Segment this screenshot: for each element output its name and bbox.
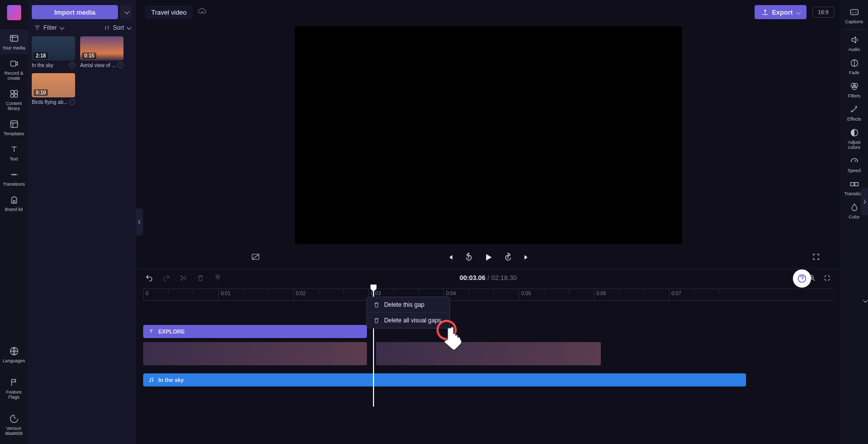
video-clip-1[interactable] xyxy=(143,342,367,365)
fullscreen-button[interactable] xyxy=(812,253,820,262)
svg-rect-6 xyxy=(11,121,17,127)
used-check-icon: ✓ xyxy=(69,99,75,105)
export-button[interactable]: Export xyxy=(755,5,806,19)
aspect-label: 16:9 xyxy=(818,9,829,15)
video-clip-2[interactable] xyxy=(376,342,601,365)
sidebar-record-create[interactable]: Record & create xyxy=(0,54,28,85)
sort-label: Sort xyxy=(113,24,124,31)
used-check-icon: ✓ xyxy=(117,62,123,68)
video-preview[interactable] xyxy=(295,26,682,244)
time-total: 02:18.30 xyxy=(491,274,517,282)
media-thumbnail[interactable]: 0:10 Birds flying ab...✓ xyxy=(32,73,75,105)
prop-fade[interactable]: Fade xyxy=(840,55,868,78)
add-marker-button[interactable] xyxy=(214,274,222,282)
sidebar-your-media[interactable]: Your media xyxy=(0,29,28,54)
next-frame-button[interactable] xyxy=(522,253,531,262)
prop-adjust-colors[interactable]: Adjust colors xyxy=(840,125,868,153)
svg-text:5: 5 xyxy=(507,256,508,259)
prev-frame-button[interactable] xyxy=(446,253,455,262)
ctx-label: Delete all visual gaps xyxy=(384,317,441,324)
chevron-down-icon xyxy=(59,24,63,31)
sort-button[interactable]: Sort xyxy=(103,24,130,31)
svg-text:5: 5 xyxy=(467,256,469,259)
sidebar-label: Feature Flags xyxy=(6,390,22,400)
filter-label: Filter xyxy=(43,24,57,31)
collapse-panel-right[interactable] xyxy=(861,188,868,215)
zoom-fit-button[interactable] xyxy=(823,274,831,282)
sidebar-label: Brand kit xyxy=(5,207,23,212)
tutorial-pointer-icon xyxy=(437,320,468,356)
export-label: Export xyxy=(772,9,792,16)
time-display: 00:03.06 / 02:18.30 xyxy=(460,274,517,282)
music-note-icon xyxy=(148,377,154,383)
sidebar-content-library[interactable]: Content library xyxy=(0,85,28,115)
trash-icon xyxy=(373,317,380,324)
audio-clip-label: In the sky xyxy=(158,377,184,383)
svg-point-13 xyxy=(181,279,182,281)
sidebar-transitions[interactable]: Transitions xyxy=(0,165,28,191)
prop-filters[interactable]: Filters xyxy=(840,78,868,101)
text-track-clip[interactable]: EXPLORE xyxy=(143,325,367,338)
prop-effects[interactable]: Effects xyxy=(840,101,868,125)
split-button[interactable] xyxy=(179,274,188,282)
sidebar-label: Text xyxy=(10,156,18,161)
sidebar-templates[interactable]: Templates xyxy=(0,115,28,140)
trash-icon xyxy=(373,301,380,308)
delete-this-gap-item[interactable]: Delete this gap xyxy=(367,297,450,313)
timeline-ruler[interactable]: 00:010:020:030:040:050:060:07 xyxy=(143,289,833,301)
svg-rect-0 xyxy=(10,35,18,41)
media-thumbnail[interactable]: 0:15 Aerial view of ...✓ xyxy=(80,36,123,68)
project-title: Travel video xyxy=(151,9,187,16)
sidebar-feature-flags[interactable]: Feature Flags xyxy=(0,373,28,404)
prop-captions[interactable]: Captions xyxy=(840,4,868,27)
svg-rect-4 xyxy=(11,94,14,97)
sort-icon xyxy=(103,24,110,31)
sidebar-label: Languages xyxy=(3,358,25,363)
chevron-down-icon xyxy=(127,24,130,31)
used-check-icon: ✓ xyxy=(69,62,75,68)
svg-rect-1 xyxy=(11,61,16,66)
filter-icon xyxy=(34,24,41,31)
chevron-down-icon xyxy=(796,9,799,16)
undo-button[interactable] xyxy=(145,274,153,282)
skip-forward-5s-button[interactable]: 5 xyxy=(503,252,513,262)
app-logo[interactable] xyxy=(7,5,21,20)
text-icon xyxy=(148,328,154,335)
play-button[interactable] xyxy=(483,252,494,263)
import-media-button[interactable]: Import media xyxy=(32,5,118,19)
sync-status-icon xyxy=(198,7,207,18)
svg-rect-3 xyxy=(14,90,17,93)
project-title-input[interactable]: Travel video xyxy=(145,6,193,19)
filter-button[interactable]: Filter xyxy=(34,24,63,31)
delete-button[interactable] xyxy=(197,274,205,282)
sidebar-text[interactable]: Text xyxy=(0,140,28,165)
sidebar-languages[interactable]: Languages xyxy=(0,342,28,367)
import-dropdown-button[interactable] xyxy=(120,5,132,19)
sidebar-brand-kit[interactable]: Brand kit xyxy=(0,191,28,216)
help-button[interactable] xyxy=(793,269,811,288)
audio-track-clip[interactable]: In the sky xyxy=(143,373,746,386)
aspect-ratio-button[interactable]: 16:9 xyxy=(813,7,834,18)
import-media-label: Import media xyxy=(54,9,96,16)
sidebar-label: Templates xyxy=(4,131,24,136)
expand-properties-icon[interactable] xyxy=(861,296,868,306)
redo-button[interactable] xyxy=(162,274,170,282)
time-current: 00:03.06 xyxy=(460,274,485,282)
time-separator: / xyxy=(487,274,489,282)
media-thumbnail[interactable]: 2:18 In the sky✓ xyxy=(32,36,75,68)
skip-back-5s-button[interactable]: 5 xyxy=(464,252,474,262)
prop-audio[interactable]: Audio xyxy=(840,32,868,55)
svg-point-12 xyxy=(181,275,182,277)
prop-speed[interactable]: Speed xyxy=(840,153,868,176)
sidebar-label: Content library xyxy=(6,101,22,111)
svg-rect-23 xyxy=(854,183,858,186)
sidebar-label: Version 9ba8658 xyxy=(5,426,23,436)
sidebar-label: Record & create xyxy=(5,71,24,81)
overlay-toggle-button[interactable] xyxy=(251,252,260,263)
ctx-label: Delete this gap xyxy=(384,301,424,308)
svg-rect-22 xyxy=(850,183,854,186)
sidebar-label: Your media xyxy=(3,45,25,50)
svg-rect-5 xyxy=(14,94,17,97)
sidebar-version[interactable]: Version 9ba8658 xyxy=(0,410,28,440)
text-clip-label: EXPLORE xyxy=(158,328,185,335)
